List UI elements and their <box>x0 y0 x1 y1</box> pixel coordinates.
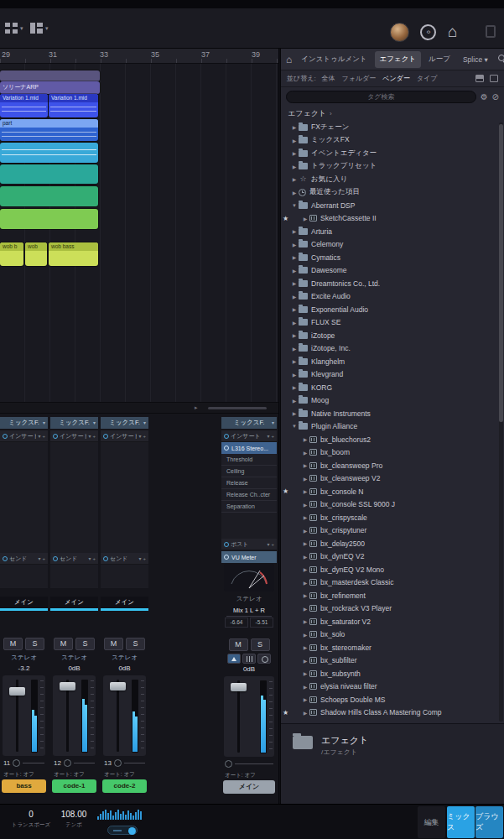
clip[interactable]: wob bass <box>49 242 98 266</box>
expand-arrow-icon[interactable]: ▶ <box>301 502 309 508</box>
post-plugin-selected[interactable]: VU Meter <box>221 551 277 563</box>
expand-arrow-icon[interactable]: ▶ <box>301 592 309 598</box>
post-section-header[interactable]: ポスト ▾ + <box>221 539 277 550</box>
browse-view-button[interactable]: ブラウズ <box>475 806 503 838</box>
expand-arrow-icon[interactable]: ▶ <box>301 476 309 482</box>
tree-item[interactable]: ▶Moog <box>281 394 498 408</box>
scrollbar-thumb[interactable] <box>499 124 503 422</box>
tree-item[interactable]: ▶Celemony <box>281 238 498 252</box>
insert-section-header[interactable]: インサート▾+ <box>0 430 48 442</box>
fader-cap[interactable] <box>9 687 25 696</box>
insert-plugin-selected[interactable]: L316 Stereo... <box>221 442 277 454</box>
mute-button[interactable]: M <box>229 638 248 651</box>
output-select[interactable]: メイン <box>50 597 98 608</box>
tree-item[interactable]: ▶bx_cleansweep Pro <box>281 459 498 472</box>
output-select[interactable]: メイン <box>0 597 48 608</box>
tree-item[interactable]: ▶bx_dynEQ V2 <box>281 550 498 564</box>
expand-arrow-icon[interactable]: ▶ <box>290 306 299 312</box>
send-list[interactable] <box>101 565 148 588</box>
channel-header[interactable]: ミックスF.▾ <box>50 417 98 429</box>
clip[interactable] <box>0 209 98 229</box>
chevron-down-icon[interactable]: ▾ <box>88 433 91 439</box>
expand-arrow-icon[interactable]: ▶ <box>301 528 309 534</box>
expand-arrow-icon[interactable]: ▶ <box>301 450 309 456</box>
expand-arrow-icon[interactable]: ▶ <box>301 670 309 676</box>
tree-item[interactable]: ▶FXチェーン <box>281 121 498 134</box>
expand-arrow-icon[interactable]: ▶ <box>301 580 309 586</box>
tree-item[interactable]: ▶ミックスFX <box>281 134 498 148</box>
chevron-down-icon[interactable]: ▾ <box>267 433 269 439</box>
add-send-icon[interactable]: + <box>92 556 96 561</box>
clip[interactable]: Variation 1.mid <box>49 94 98 117</box>
scrollbar-thumb[interactable] <box>208 407 267 409</box>
tree-item[interactable]: ▶bx_bluechorus2 <box>281 433 498 446</box>
chevron-down-icon[interactable]: ▾ <box>38 433 40 439</box>
tree-item[interactable]: ▶bx_crispytuner <box>281 524 498 538</box>
pan-control[interactable] <box>101 623 148 635</box>
play-toggle[interactable] <box>107 826 138 835</box>
tree-item[interactable]: ▶FLUX SE <box>281 316 498 330</box>
tree-item[interactable]: ▶イベントエディター <box>281 147 498 160</box>
insert-param[interactable]: Threshold <box>221 454 277 466</box>
chevron-down-icon[interactable]: ▾ <box>88 555 91 561</box>
expand-arrow-icon[interactable]: ▶ <box>301 644 309 650</box>
tree-item[interactable]: ▶bx_subfilter <box>281 654 498 668</box>
solo-button[interactable]: S <box>251 638 270 651</box>
tree-item[interactable]: ▶Klanghelm <box>281 355 498 368</box>
tree-item[interactable]: ★▶Shadow Hills Class A Mastering Comp <box>281 706 498 720</box>
power-icon[interactable] <box>224 446 229 451</box>
automation-mode[interactable]: オート: オフ <box>101 769 148 779</box>
expand-arrow-icon[interactable]: ▶ <box>290 410 299 416</box>
expand-arrow-icon[interactable]: ▶ <box>301 514 309 520</box>
fader[interactable] <box>53 675 96 756</box>
clip[interactable] <box>0 70 100 81</box>
chevron-down-icon[interactable]: ▾ <box>138 555 141 561</box>
scroll-arrow-icon[interactable]: ▸ <box>195 404 198 411</box>
send-section-header[interactable]: センド▾+ <box>0 553 48 565</box>
chevron-down-icon[interactable]: ▾ <box>267 541 269 547</box>
expand-arrow-icon[interactable]: ▶ <box>290 228 299 234</box>
expand-arrow-icon[interactable]: ▶ <box>301 696 309 702</box>
insert-list[interactable] <box>50 442 98 553</box>
search-icon[interactable] <box>498 55 504 64</box>
channel-name[interactable]: メイン <box>223 780 275 794</box>
chevron-down-icon[interactable]: ▾ <box>138 433 141 439</box>
fader-cap[interactable] <box>231 683 247 691</box>
tree-item[interactable]: ▶elysia niveau filter <box>281 680 498 694</box>
tree-item[interactable]: ▶bx_cleansweep V2 <box>281 472 498 486</box>
breadcrumb[interactable]: エフェクト › <box>281 106 504 121</box>
insert-section-header[interactable]: インサート▾+ <box>101 430 148 442</box>
insert-section-header[interactable]: インサート▾+ <box>50 430 98 442</box>
expand-arrow-icon[interactable]: ▶ <box>290 280 299 286</box>
tree-item[interactable]: ▶Arturia <box>281 225 498 238</box>
sync-icon[interactable]: ‹› <box>420 24 436 40</box>
tree-item[interactable]: ▶bx_rockrack V3 Player <box>281 602 498 616</box>
power-icon[interactable] <box>53 434 58 439</box>
power-icon[interactable] <box>3 556 8 561</box>
tree-item[interactable]: ▶iZotope, Inc. <box>281 342 498 356</box>
fader-cap[interactable] <box>110 682 126 690</box>
solo-button[interactable]: S <box>75 638 95 650</box>
expand-arrow-icon[interactable]: ▶ <box>290 176 299 182</box>
fader[interactable] <box>103 675 146 756</box>
clip[interactable] <box>0 143 98 163</box>
expand-arrow-icon[interactable]: ▶ <box>290 124 299 130</box>
browser-tab[interactable]: ループ <box>423 51 455 68</box>
expand-arrow-icon[interactable]: ▶ <box>301 684 309 690</box>
clip[interactable]: part <box>0 119 98 141</box>
add-insert-icon[interactable]: + <box>42 434 45 439</box>
clear-tags-icon[interactable]: ⊘ <box>492 92 499 102</box>
fader-cap[interactable] <box>60 682 75 690</box>
expand-arrow-icon[interactable]: ▶ <box>301 554 309 560</box>
tree-item[interactable]: ▶bx_crispyscale <box>281 511 498 524</box>
sort-option[interactable]: 全体 <box>322 74 335 83</box>
arrange-tracks[interactable]: ソリーナARPVariation 1.midVariation 1.midpar… <box>0 64 278 402</box>
insert-param[interactable]: Ceiling <box>221 466 277 477</box>
layout-grid-button[interactable]: ▾ <box>5 23 23 34</box>
expand-arrow-icon[interactable]: ▶ <box>290 164 299 169</box>
clip[interactable]: ソリーナARP <box>0 81 100 94</box>
power-icon[interactable] <box>224 542 229 547</box>
clip[interactable]: wob b <box>0 242 23 266</box>
tree-item[interactable]: ▶Dreamtonics Co., Ltd. <box>281 277 498 290</box>
expand-arrow-icon[interactable]: ▶ <box>301 462 309 468</box>
